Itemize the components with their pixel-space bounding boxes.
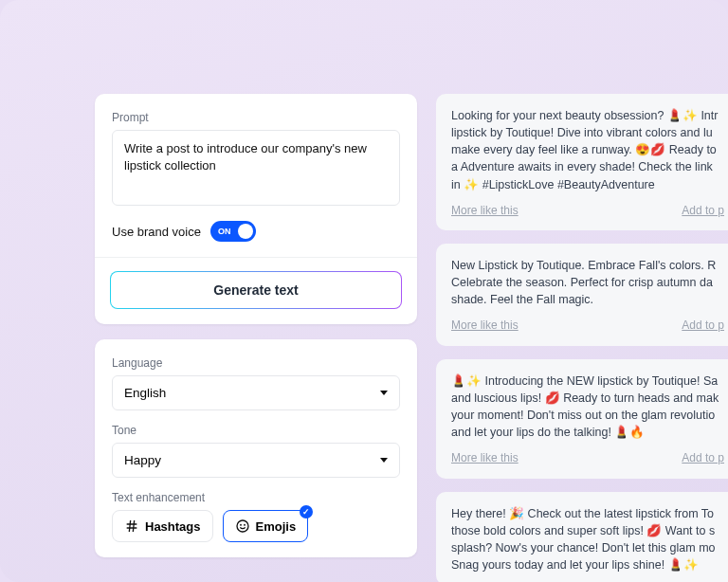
svg-point-5 [240, 524, 241, 525]
results-column: Looking for your next beauty obsession? … [436, 94, 728, 582]
check-icon: ✓ [300, 505, 313, 518]
more-like-this-link[interactable]: More like this [451, 450, 519, 466]
tone-label: Tone [112, 424, 400, 437]
add-to-link[interactable]: Add to p [682, 203, 724, 219]
app-canvas: Prompt Use brand voice ON Generate text [0, 0, 728, 582]
result-card: Looking for your next beauty obsession? … [436, 94, 728, 230]
more-like-this-link[interactable]: More like this [451, 318, 519, 334]
emojis-chip-label: Emojis [256, 519, 297, 534]
emojis-chip[interactable]: Emojis ✓ [223, 510, 309, 542]
brand-voice-toggle[interactable]: ON [210, 221, 256, 242]
settings-card: Language English Tone Happy Text enhance… [95, 339, 417, 557]
prompt-label: Prompt [112, 111, 400, 124]
svg-point-4 [237, 520, 248, 532]
chevron-down-icon [380, 391, 388, 395]
result-text: Looking for your next beauty obsession? … [451, 107, 724, 193]
brand-voice-label: Use brand voice [112, 225, 201, 239]
language-label: Language [112, 356, 400, 370]
more-like-this-link[interactable]: More like this [451, 203, 519, 219]
hashtag-icon [124, 518, 139, 534]
svg-point-6 [244, 524, 245, 525]
result-card: New Lipstick by Toutique. Embrace Fall's… [436, 244, 728, 346]
result-card: 💄✨ Introducing the NEW lipstick by Touti… [436, 359, 728, 479]
language-select[interactable]: English [112, 375, 400, 410]
svg-line-2 [129, 520, 130, 532]
generate-button[interactable]: Generate text [110, 271, 402, 309]
add-to-link[interactable]: Add to p [682, 318, 724, 334]
tone-value: Happy [124, 453, 161, 467]
left-panel: Prompt Use brand voice ON Generate text [95, 94, 417, 573]
prompt-input[interactable] [112, 130, 400, 206]
result-text: New Lipstick by Toutique. Embrace Fall's… [451, 257, 724, 308]
chevron-down-icon [380, 458, 388, 463]
result-text: Hey there! 🎉 Check out the latest lipsti… [451, 505, 724, 574]
hashtags-chip-label: Hashtags [145, 519, 201, 534]
toggle-knob [238, 224, 253, 239]
hashtags-chip[interactable]: Hashtags [112, 510, 213, 542]
tone-select[interactable]: Happy [112, 443, 400, 478]
smile-icon [235, 518, 250, 534]
result-card: Hey there! 🎉 Check out the latest lipsti… [436, 492, 728, 582]
toggle-state-text: ON [218, 227, 231, 236]
add-to-link[interactable]: Add to p [682, 450, 724, 466]
enhancement-label: Text enhancement [112, 491, 400, 504]
language-value: English [124, 386, 166, 400]
prompt-card: Prompt Use brand voice ON Generate text [95, 94, 417, 324]
svg-line-3 [133, 520, 134, 532]
result-text: 💄✨ Introducing the NEW lipstick by Touti… [451, 373, 724, 442]
